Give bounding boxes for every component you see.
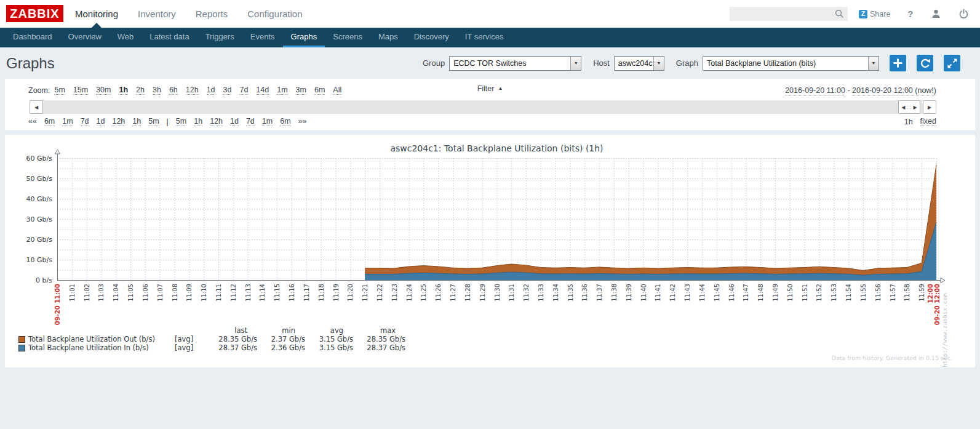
subnav-it-services[interactable]: IT services <box>457 28 512 47</box>
nav-back-6m[interactable]: 6m <box>44 117 55 126</box>
subnav-discovery[interactable]: Discovery <box>406 28 457 47</box>
add-favourite-button[interactable] <box>890 55 906 71</box>
subnav-screens[interactable]: Screens <box>325 28 370 47</box>
user-profile-icon[interactable] <box>931 9 941 19</box>
nav-back-12h[interactable]: 12h <box>112 117 125 126</box>
fullscreen-expand-icon <box>947 58 958 69</box>
nav-forward-12h[interactable]: 12h <box>210 117 223 126</box>
y-tick-label: 0 b/s <box>36 276 52 284</box>
nav-back-1d[interactable]: 1d <box>97 117 105 126</box>
group-label: Group <box>423 58 445 68</box>
x-tick-label: 11:27 <box>450 284 456 302</box>
x-tick-label: 11:54 <box>845 284 852 302</box>
host-select[interactable]: aswc204c1 ▼ <box>614 56 664 71</box>
zoom-all[interactable]: All <box>333 86 341 95</box>
zoom-7d[interactable]: 7d <box>239 86 248 95</box>
refresh-button[interactable] <box>917 55 933 71</box>
nav-forward-6m[interactable]: 6m <box>280 117 290 126</box>
zoom-6m[interactable]: 6m <box>314 86 325 95</box>
x-tick-label: 11:40 <box>640 284 647 302</box>
range-start-link[interactable]: 2016-09-20 11:00 <box>785 86 845 95</box>
nav-forward-5m[interactable]: 5m <box>176 117 186 126</box>
period-status: 1h fixed <box>904 117 936 126</box>
series-value: 2.37 Gb/s <box>257 335 305 343</box>
main-menu-inventory[interactable]: Inventory <box>138 9 176 19</box>
x-tick-label: 11:19 <box>333 284 340 302</box>
nav-back-1m[interactable]: 1m <box>62 117 73 126</box>
x-tick-label: 11:11 <box>215 284 222 302</box>
zoom-15m[interactable]: 15m <box>73 86 88 95</box>
nav-back-1h[interactable]: 1h <box>132 117 141 126</box>
scrollbar-handle[interactable]: ◀ ⸬ ▶ <box>898 100 920 114</box>
subnav-graphs[interactable]: Graphs <box>283 28 325 47</box>
series-out-edge <box>365 165 936 271</box>
zoom-2h[interactable]: 2h <box>136 86 145 95</box>
logout-power-icon[interactable] <box>958 9 969 19</box>
nav-forward-1m[interactable]: 1m <box>262 117 273 126</box>
share-button[interactable]: Z Share <box>859 10 890 18</box>
zoom-1h[interactable]: 1h <box>119 86 128 95</box>
subnav-latest-data[interactable]: Latest data <box>141 28 197 47</box>
graph-select[interactable]: Total Backplane Utilization (bits) ▼ <box>703 56 879 71</box>
zoom-14d[interactable]: 14d <box>256 86 269 95</box>
zoom-1d[interactable]: 1d <box>207 86 215 95</box>
main-menu-reports[interactable]: Reports <box>196 9 228 19</box>
x-tick-label: 11:04 <box>113 284 119 302</box>
zoom-3d[interactable]: 3d <box>223 86 232 95</box>
zoom-1m[interactable]: 1m <box>277 86 287 95</box>
range-end-link[interactable]: 2016-09-20 12:00 (now!) <box>852 86 936 95</box>
scroll-right-button[interactable]: ▶ <box>923 100 936 114</box>
zoom-3h[interactable]: 3h <box>153 86 161 95</box>
zabbix-logo[interactable]: ZABBIX <box>6 5 63 22</box>
nav-back-7d[interactable]: 7d <box>81 117 89 126</box>
main-menu-configuration[interactable]: Configuration <box>247 9 302 19</box>
subnav-dashboard[interactable]: Dashboard <box>5 28 60 47</box>
time-scrollbar[interactable]: ◀ ◀ ⸬ ▶ ▶ <box>30 100 936 114</box>
x-tick-label: 11:03 <box>98 284 105 302</box>
chevron-down-icon: ▼ <box>653 57 664 70</box>
series-swatch <box>18 336 25 343</box>
subnav-web[interactable]: Web <box>110 28 142 47</box>
x-tick-label: 11:42 <box>669 284 676 302</box>
subnav-triggers[interactable]: Triggers <box>197 28 242 47</box>
y-tick-label: 30 Gb/s <box>26 215 53 223</box>
help-button[interactable]: ? <box>907 9 913 19</box>
series-out-area <box>365 165 936 275</box>
zabbix-watermark: http://www.zabbix.com <box>941 263 948 367</box>
scroll-left-button[interactable]: ◀ <box>30 100 43 114</box>
nav-forward-7d[interactable]: 7d <box>246 117 255 126</box>
fixed-link[interactable]: fixed <box>920 117 936 126</box>
zoom-12h[interactable]: 12h <box>186 86 199 95</box>
generation-note: Data from history. Generated in 0.15 sec… <box>832 355 953 361</box>
x-tick-label: 11:37 <box>596 284 603 302</box>
chevron-down-icon: ▼ <box>570 57 581 70</box>
y-tick-label: 10 Gb/s <box>26 256 53 264</box>
nav-forward-1h[interactable]: 1h <box>194 117 202 126</box>
zoom-3m[interactable]: 3m <box>296 86 306 95</box>
time-range: 2016-09-20 11:00 - 2016-09-20 12:00 (now… <box>785 86 936 95</box>
nav-fast-back[interactable]: «« <box>28 117 37 126</box>
group-select[interactable]: ECDC TOR Switches ▼ <box>449 56 581 71</box>
filter-tab-label: Filter <box>477 84 495 93</box>
zoom-6h[interactable]: 6h <box>169 86 178 95</box>
main-menu-monitoring[interactable]: Monitoring <box>75 9 118 19</box>
nav-fast-forward[interactable]: »» <box>298 117 307 126</box>
graph-panel: aswc204c1: Total Backplane Utilization (… <box>5 135 975 367</box>
subnav-maps[interactable]: Maps <box>370 28 406 47</box>
nav-forward-1d[interactable]: 1d <box>230 117 239 126</box>
nav-back-5m[interactable]: 5m <box>148 117 159 126</box>
search-input[interactable] <box>730 7 848 21</box>
subnav-overview[interactable]: Overview <box>60 28 110 47</box>
x-tick-label: 11:47 <box>743 284 749 302</box>
legend-col-min: min <box>257 326 305 335</box>
fullscreen-button[interactable] <box>944 55 960 71</box>
y-tick-label: 20 Gb/s <box>26 236 53 244</box>
filter-toggle-tab[interactable]: Filter ▲ <box>463 81 517 96</box>
graph-select-value: Total Backplane Utilization (bits) <box>703 59 868 68</box>
x-tick-label: 11:43 <box>684 284 691 302</box>
subnav-events[interactable]: Events <box>242 28 283 47</box>
chevron-down-icon: ▼ <box>868 57 878 70</box>
zoom-5m[interactable]: 5m <box>54 86 65 95</box>
x-tick-label: 11:36 <box>581 284 588 302</box>
zoom-30m[interactable]: 30m <box>96 86 111 95</box>
